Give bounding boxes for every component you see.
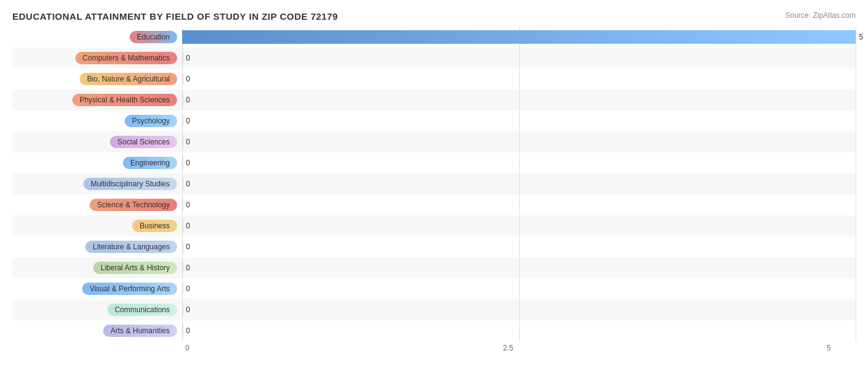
bar-value: 0 — [186, 263, 190, 272]
x-axis-label: 0 — [185, 344, 190, 352]
bar-track: 0 — [182, 215, 856, 236]
bar-row: Communications0 — [12, 299, 856, 320]
bar-label: Psychology — [125, 115, 177, 127]
bar-label: Arts & Humanities — [103, 325, 177, 337]
bar-value: 0 — [186, 201, 190, 209]
x-axis: 02.55 — [12, 344, 856, 352]
bar-track: 0 — [182, 131, 856, 152]
label-pill: Arts & Humanities — [12, 325, 182, 337]
bar-fill — [182, 261, 183, 275]
bar-fill — [182, 240, 183, 254]
bar-row: Literature & Languages0 — [12, 236, 856, 257]
label-pill: Engineering — [12, 157, 182, 169]
bar-fill — [182, 156, 183, 170]
bar-track: 0 — [182, 48, 856, 68]
bar-label: Science & Technology — [90, 199, 177, 211]
bar-row: Bio, Nature & Agricultural0 — [12, 68, 856, 89]
x-axis-label: 2.5 — [503, 344, 514, 352]
bar-row: Physical & Health Sciences0 — [12, 89, 856, 110]
bar-fill — [182, 72, 183, 86]
bar-row: Arts & Humanities0 — [12, 320, 856, 341]
bar-value: 0 — [186, 284, 190, 293]
bar-fill — [182, 198, 183, 212]
bar-fill — [182, 135, 183, 149]
bar-label: Visual & Performing Arts — [82, 283, 177, 295]
bar-fill — [182, 30, 856, 44]
bar-track: 0 — [182, 68, 856, 89]
bar-fill — [182, 324, 183, 338]
bar-value: 0 — [186, 54, 190, 62]
bar-track: 0 — [182, 89, 856, 110]
label-pill: Business — [12, 220, 182, 232]
bar-label: Physical & Health Sciences — [72, 94, 177, 106]
bar-value: 0 — [186, 243, 190, 251]
bar-value: 0 — [186, 75, 190, 83]
bar-value: 0 — [186, 305, 190, 314]
bar-label: Literature & Languages — [85, 241, 177, 253]
bar-value: 5 — [859, 33, 863, 41]
bar-label: Business — [132, 220, 177, 232]
label-pill: Liberal Arts & History — [12, 262, 182, 274]
bar-label: Education — [130, 31, 177, 43]
bar-track: 0 — [182, 278, 856, 299]
bar-track: 0 — [182, 299, 856, 320]
bar-fill — [182, 303, 183, 317]
bar-track: 0 — [182, 236, 856, 257]
bar-track: 0 — [182, 320, 856, 341]
bar-value: 0 — [186, 117, 190, 125]
chart-source: Source: ZipAtlas.com — [785, 11, 856, 20]
bar-fill — [182, 282, 183, 296]
bar-fill — [182, 219, 183, 233]
bar-row: Psychology0 — [12, 110, 856, 131]
label-pill: Communications — [12, 304, 182, 316]
x-axis-labels: 02.55 — [185, 344, 831, 352]
bar-label: Liberal Arts & History — [93, 262, 177, 274]
label-pill: Science & Technology — [12, 199, 182, 211]
bar-row: Business0 — [12, 215, 856, 236]
bar-label: Multidisciplinary Studies — [83, 178, 177, 190]
bar-track: 0 — [182, 194, 856, 215]
bar-row: Liberal Arts & History0 — [12, 257, 856, 278]
label-pill: Multidisciplinary Studies — [12, 178, 182, 190]
bar-row: Science & Technology0 — [12, 194, 856, 215]
bar-track: 0 — [182, 257, 856, 278]
bar-fill — [182, 51, 183, 65]
bar-track: 0 — [182, 110, 856, 131]
bar-label: Bio, Nature & Agricultural — [80, 73, 177, 85]
bar-value: 0 — [186, 326, 190, 335]
bar-track: 5 — [182, 27, 856, 48]
bar-fill — [182, 93, 183, 107]
x-axis-label: 5 — [827, 344, 831, 352]
label-pill: Bio, Nature & Agricultural — [12, 73, 182, 85]
label-pill: Computers & Mathematics — [12, 52, 182, 64]
bar-row: Multidisciplinary Studies0 — [12, 173, 856, 194]
label-pill: Education — [12, 31, 182, 43]
bar-track: 0 — [182, 152, 856, 173]
bar-value: 0 — [186, 180, 190, 188]
bar-row: Engineering0 — [12, 152, 856, 173]
chart-wrapper: Education5Computers & Mathematics0Bio, N… — [12, 27, 856, 352]
rows-container: Education5Computers & Mathematics0Bio, N… — [12, 27, 856, 341]
bar-label: Engineering — [123, 157, 177, 169]
bar-fill — [182, 114, 183, 128]
label-pill: Physical & Health Sciences — [12, 94, 182, 106]
bar-value: 0 — [186, 222, 190, 230]
bar-row: Computers & Mathematics0 — [12, 48, 856, 68]
bar-value: 0 — [186, 159, 190, 167]
bar-label: Computers & Mathematics — [75, 52, 177, 64]
bar-value: 0 — [186, 96, 190, 104]
chart-title: EDUCATIONAL ATTAINMENT BY FIELD OF STUDY… — [12, 11, 856, 22]
bar-label: Social Sciences — [110, 136, 177, 148]
bar-row: Social Sciences0 — [12, 131, 856, 152]
chart-container: EDUCATIONAL ATTAINMENT BY FIELD OF STUDY… — [0, 0, 868, 390]
bar-fill — [182, 177, 183, 191]
bar-value: 0 — [186, 138, 190, 146]
bar-label: Communications — [107, 304, 177, 316]
bar-row: Visual & Performing Arts0 — [12, 278, 856, 299]
label-pill: Visual & Performing Arts — [12, 283, 182, 295]
label-pill: Psychology — [12, 115, 182, 127]
label-pill: Social Sciences — [12, 136, 182, 148]
label-pill: Literature & Languages — [12, 241, 182, 253]
bar-row: Education5 — [12, 27, 856, 48]
bar-track: 0 — [182, 173, 856, 194]
